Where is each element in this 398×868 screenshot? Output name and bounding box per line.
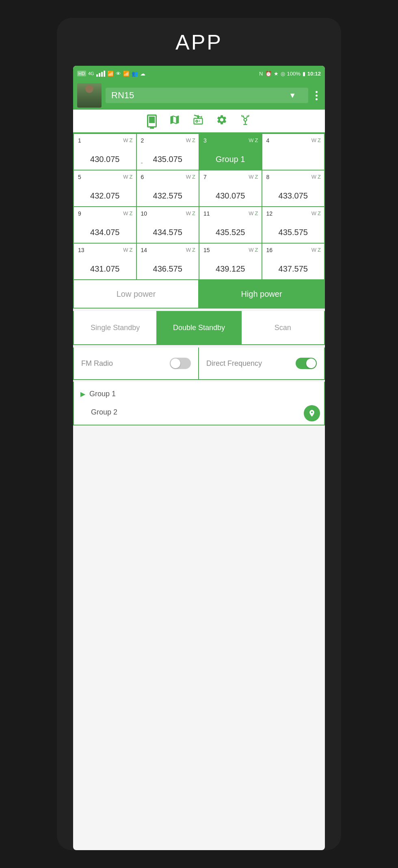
channel-cell-11[interactable]: 11WZ435.525: [199, 207, 262, 244]
channel-wz-16: WZ: [311, 247, 321, 253]
group-list: ▶ Group 1 Group 2: [73, 382, 325, 425]
channel-wz-9: WZ: [123, 210, 132, 216]
app-header: RN15 ▼: [73, 81, 325, 110]
soldier-head: [85, 85, 93, 93]
channel-freq-11: 435.525: [203, 228, 257, 240]
dropdown-arrow-icon: ▼: [289, 91, 296, 100]
fm-radio-toggle[interactable]: [170, 358, 191, 369]
group-1-label: Group 1: [89, 390, 116, 398]
device-selector[interactable]: RN15 ▼: [106, 88, 308, 103]
channel-freq-7: 430.075: [203, 191, 257, 203]
channel-freq-12: 435.575: [266, 228, 320, 240]
channel-freq-15: 439.125: [203, 264, 257, 276]
direct-freq-knob: [306, 358, 316, 368]
scan-button[interactable]: Scan: [241, 311, 324, 344]
double-standby-button[interactable]: Double Standby: [157, 311, 240, 344]
channel-freq-5: 432.075: [78, 191, 132, 203]
hd-icon: HD: [77, 71, 86, 76]
device-name: RN15: [111, 90, 134, 101]
channel-freq-14: 436.575: [141, 264, 195, 276]
direct-freq-toggle[interactable]: [296, 358, 317, 369]
signal-icon: [96, 71, 105, 77]
channel-freq-8: 433.075: [266, 191, 320, 203]
channel-grid: 1WZ430.0752WZ435.075-3WZGroup 14WZGroup …: [73, 133, 325, 280]
channel-cell-7[interactable]: 7WZ430.075: [199, 171, 262, 207]
play-icon: ▶: [80, 390, 85, 398]
toolbar: [73, 110, 325, 133]
low-power-button[interactable]: Low power: [74, 280, 199, 308]
battery-icon: ▮: [303, 71, 305, 77]
toggle-row: FM Radio Direct Frequency: [73, 348, 325, 380]
nfc-icon: N: [259, 71, 263, 77]
channel-freq-6: 432.575: [141, 191, 195, 203]
menu-dot-2: [316, 95, 318, 97]
channel-wz-2: WZ: [186, 137, 195, 143]
channel-freq-9: 434.075: [78, 228, 132, 240]
group-2-label: Group 2: [91, 408, 117, 417]
channel-cell-10[interactable]: 10WZ434.575: [137, 207, 200, 244]
channel-freq-13: 431.075: [78, 264, 132, 276]
channel-cell-13[interactable]: 13WZ431.075: [74, 244, 137, 280]
channel-wz-12: WZ: [311, 210, 321, 216]
channel-wz-5: WZ: [123, 174, 132, 180]
channel-cell-16[interactable]: 16WZ437.575: [262, 244, 325, 280]
menu-dot-1: [316, 91, 318, 93]
channel-cell-15[interactable]: 15WZ439.125: [199, 244, 262, 280]
fm-radio-knob: [171, 358, 180, 368]
antenna-toolbar-icon[interactable]: [240, 114, 251, 128]
channel-cell-4[interactable]: 4WZGroup 2: [262, 134, 325, 171]
svg-point-0: [244, 118, 247, 121]
hotspot-icon: 📶: [123, 71, 130, 77]
power-row: Low power High power: [73, 280, 325, 309]
channel-wz-8: WZ: [311, 174, 321, 180]
status-bar: HD 4G 📶 👁 📶 👥 ☁ N ⏰ ★ ◎ 100%: [73, 66, 325, 81]
channel-cell-6[interactable]: 6WZ432.575: [137, 171, 200, 207]
channel-wz-13: WZ: [123, 247, 132, 253]
standby-row: Single Standby Double Standby Scan: [73, 311, 325, 345]
channel-cell-12[interactable]: 12WZ435.575: [262, 207, 325, 244]
channel-cell-3[interactable]: 3WZGroup 1: [199, 134, 262, 171]
radio-toolbar-icon[interactable]: [193, 114, 204, 128]
group-1-item[interactable]: ▶ Group 1: [74, 385, 324, 403]
time-display: 10:12: [307, 71, 321, 77]
group-2-item[interactable]: Group 2: [74, 403, 324, 421]
channel-wz-14: WZ: [186, 247, 195, 253]
location-bottom-icon[interactable]: [304, 405, 320, 421]
eye-icon: 👁: [116, 71, 121, 77]
channel-dash-2: -: [141, 159, 143, 166]
channel-freq-16: 437.575: [266, 264, 320, 276]
avatar: [77, 83, 102, 108]
channel-freq-10: 434.575: [141, 228, 195, 240]
high-power-button[interactable]: High power: [199, 280, 324, 308]
cloud-icon: ☁: [140, 71, 145, 77]
4g-icon: 4G: [88, 71, 94, 76]
soldier-image: [77, 83, 102, 108]
channel-wz-7: WZ: [249, 174, 258, 180]
channel-freq-2: 435.075: [141, 155, 195, 166]
location-icon: ◎: [281, 71, 285, 77]
channel-freq-1: 430.075: [78, 155, 132, 166]
header-menu-button[interactable]: [312, 91, 321, 100]
status-icons-right: N ⏰ ★ ◎ 100% ▮ 10:12: [259, 71, 321, 77]
channel-cell-2[interactable]: 2WZ435.075-: [137, 134, 200, 171]
phone-frame: APP HD 4G 📶 👁 📶 👥 ☁ N ⏰: [57, 18, 341, 850]
channel-wz-4: WZ: [311, 137, 321, 143]
settings-toolbar-icon[interactable]: [216, 114, 227, 128]
map-toolbar-icon[interactable]: [169, 114, 180, 128]
status-icons-left: HD 4G 📶 👁 📶 👥 ☁: [77, 71, 145, 77]
channel-wz-6: WZ: [186, 174, 195, 180]
channel-cell-8[interactable]: 8WZ433.075: [262, 171, 325, 207]
channel-cell-5[interactable]: 5WZ432.075: [74, 171, 137, 207]
fm-radio-cell: FM Radio: [74, 348, 199, 379]
channel-wz-10: WZ: [186, 210, 195, 216]
channel-wz-1: WZ: [123, 137, 132, 143]
channel-cell-14[interactable]: 14WZ436.575: [137, 244, 200, 280]
menu-dot-3: [316, 98, 318, 100]
channel-name-4: Group 2: [266, 155, 320, 166]
bluetooth-icon: ★: [274, 71, 279, 77]
single-standby-button[interactable]: Single Standby: [74, 311, 157, 344]
direct-freq-label: Direct Frequency: [206, 359, 262, 368]
battery-toolbar-icon[interactable]: [147, 114, 157, 127]
channel-cell-9[interactable]: 9WZ434.075: [74, 207, 137, 244]
channel-cell-1[interactable]: 1WZ430.075: [74, 134, 137, 171]
